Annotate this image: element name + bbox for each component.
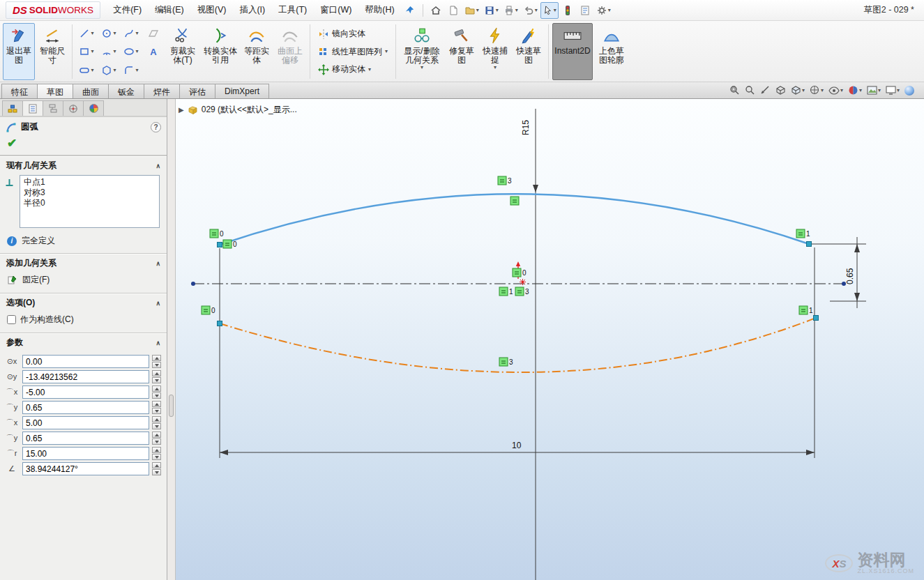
relation-badge-left-b[interactable]: 0 <box>223 240 237 248</box>
select-cursor-icon[interactable]: ▾ <box>540 2 559 19</box>
quick-snaps-dropdown-icon[interactable]: ▾ <box>494 65 497 70</box>
menu-file[interactable]: 文件(F) <box>107 1 148 20</box>
repair-sketch-button[interactable]: 修复草图 <box>446 23 478 80</box>
angle-input[interactable] <box>22 462 149 475</box>
options-header[interactable]: 选项(O) ∧ <box>0 293 167 312</box>
spline-tool-button[interactable]: ▾ <box>121 24 142 42</box>
rectangle-dropdown-icon[interactable]: ▾ <box>91 49 93 54</box>
slot-tool-button[interactable]: ▾ <box>76 61 97 79</box>
tab-dimxpert[interactable]: DimXpert <box>215 84 269 98</box>
menu-view[interactable]: 视图(V) <box>191 1 233 20</box>
construction-line-checkbox[interactable] <box>7 315 16 324</box>
trim-entities-button[interactable]: 剪裁实体(T) <box>165 23 200 80</box>
convert-entities-button[interactable]: 转换实体引用 <box>202 23 239 80</box>
menu-insert[interactable]: 插入(I) <box>233 1 271 20</box>
endpoint-handle[interactable] <box>218 243 222 247</box>
save-dropdown-icon[interactable]: ▾ <box>496 8 499 13</box>
flyout-tree-label[interactable]: 029 (默认<<默认>_显示... <box>202 104 297 116</box>
feature-manager-tab[interactable] <box>2 100 23 116</box>
task-pane-icon[interactable] <box>577 2 593 19</box>
dimension-height[interactable]: 0.65 <box>845 268 855 284</box>
arc-bottom[interactable] <box>220 318 816 372</box>
mirror-entities-button[interactable]: 镜向实体 <box>315 25 391 43</box>
fix-relation-button[interactable]: 固定(F) <box>0 272 167 293</box>
relation-badge-center-a[interactable]: 1 <box>499 287 513 296</box>
scene-dropdown-icon[interactable]: ▾ <box>878 88 881 93</box>
spline-dropdown-icon[interactable]: ▾ <box>135 31 138 36</box>
tab-sheet-metal[interactable]: 钣金 <box>108 84 144 98</box>
collapse-chevron-icon[interactable]: ∧ <box>156 300 160 307</box>
solidworks-logo[interactable]: DS SOLID WORKS <box>6 1 100 19</box>
undo-icon[interactable]: ▾ <box>521 2 540 19</box>
relation-badge-origin[interactable]: 0 <box>513 268 527 277</box>
display-style-icon[interactable]: ▾ <box>810 85 824 96</box>
edit-appearance-icon[interactable]: ▾ <box>848 85 862 96</box>
ok-check-icon[interactable]: ✔ <box>7 137 17 150</box>
relation-badge-midpoint-top[interactable] <box>510 197 519 205</box>
open-dropdown-icon[interactable]: ▾ <box>476 8 479 13</box>
view-settings-dropdown-icon[interactable]: ▾ <box>897 88 900 93</box>
configuration-manager-tab[interactable] <box>43 100 63 116</box>
surface-offset-button[interactable]: 曲面上偏移 <box>274 23 306 80</box>
graphics-area[interactable]: ▶ 029 (默认<<默认>_显示... R15 <box>176 99 924 580</box>
start-x-spinner[interactable] <box>152 386 161 399</box>
existing-relations-header[interactable]: 现有几何关系 ∧ <box>0 156 167 174</box>
relations-listbox[interactable]: 中点1 对称3 半径0 <box>20 175 160 228</box>
menu-help[interactable]: 帮助(H) <box>358 1 400 20</box>
dimension-width[interactable]: 10 <box>512 441 522 450</box>
section-view-icon[interactable] <box>760 85 771 96</box>
relation-badge-right-top[interactable]: 1 <box>796 229 810 238</box>
appearance-dropdown-icon[interactable]: ▾ <box>859 88 862 93</box>
options-gear-icon[interactable]: ▾ <box>594 2 613 19</box>
splitter-grip[interactable] <box>169 395 174 417</box>
print-dropdown-icon[interactable]: ▾ <box>515 8 518 13</box>
move-entities-button[interactable]: 移动实体 ▾ <box>315 61 391 78</box>
arc-dropdown-icon[interactable]: ▾ <box>113 49 116 54</box>
display-relations-dropdown-icon[interactable]: ▾ <box>421 65 423 70</box>
circle-tool-button[interactable]: ▾ <box>98 24 119 42</box>
flyout-arrow-icon[interactable]: ▶ <box>179 106 184 114</box>
apply-scene-icon[interactable]: ▾ <box>867 86 881 95</box>
arc-tool-button[interactable]: ▾ <box>98 43 119 61</box>
relation-item[interactable]: 半径0 <box>24 198 156 208</box>
add-relations-header[interactable]: 添加几何关系 ∧ <box>0 254 167 272</box>
options-dropdown-icon[interactable]: ▾ <box>608 8 611 13</box>
relation-badge-lower-right[interactable]: 1 <box>799 306 813 314</box>
ellipse-dropdown-icon[interactable]: ▾ <box>135 49 138 54</box>
radius-input[interactable] <box>22 447 149 460</box>
relation-badge-center-b[interactable]: 3 <box>515 287 529 296</box>
linear-pattern-button[interactable]: 线性草图阵列 ▾ <box>315 43 391 61</box>
line-dropdown-icon[interactable]: ▾ <box>91 31 93 36</box>
circle-dropdown-icon[interactable]: ▾ <box>113 31 116 36</box>
end-y-spinner[interactable] <box>152 432 161 445</box>
smart-dimension-button[interactable]: 智能尺寸 <box>36 23 68 80</box>
view-orientation-icon[interactable]: ▾ <box>791 85 805 96</box>
dimension-radius[interactable]: R15 <box>521 120 531 135</box>
hide-show-items-icon[interactable]: ▾ <box>828 86 843 95</box>
home-icon[interactable] <box>427 2 444 19</box>
menu-edit[interactable]: 编辑(E) <box>149 1 190 20</box>
start-y-spinner[interactable] <box>152 401 161 414</box>
render-sphere-icon[interactable] <box>904 86 914 96</box>
performance-traffic-light-icon[interactable] <box>559 2 576 19</box>
collapse-chevron-icon[interactable]: ∧ <box>156 260 160 267</box>
quick-snaps-button[interactable]: 快速捕捉 ▾ <box>479 23 511 80</box>
rectangle-tool-button[interactable]: ▾ <box>76 43 97 61</box>
end-y-input[interactable] <box>22 432 149 445</box>
start-x-input[interactable] <box>22 386 149 399</box>
shaded-contours-button[interactable]: 上色草图轮廓 <box>594 23 629 80</box>
display-manager-tab[interactable] <box>83 100 104 116</box>
tab-surfaces[interactable]: 曲面 <box>73 84 109 98</box>
collapse-chevron-icon[interactable]: ∧ <box>156 339 160 346</box>
pin-menu-icon[interactable] <box>402 2 418 19</box>
radius-spinner[interactable] <box>152 447 161 460</box>
fillet-dropdown-icon[interactable]: ▾ <box>135 68 138 73</box>
dimxpert-manager-tab[interactable] <box>63 100 84 116</box>
relation-badge-left-a[interactable]: 0 <box>210 229 224 238</box>
hide-show-dropdown-icon[interactable]: ▾ <box>840 88 843 93</box>
zoom-fit-icon[interactable] <box>729 85 740 96</box>
view-orientation-dropdown-icon[interactable]: ▾ <box>802 88 805 93</box>
center-y-spinner[interactable] <box>152 370 161 383</box>
flyout-feature-tree[interactable]: ▶ 029 (默认<<默认>_显示... <box>179 104 297 116</box>
display-delete-relations-button[interactable]: 显示/删除几何关系 ▾ <box>400 23 444 80</box>
